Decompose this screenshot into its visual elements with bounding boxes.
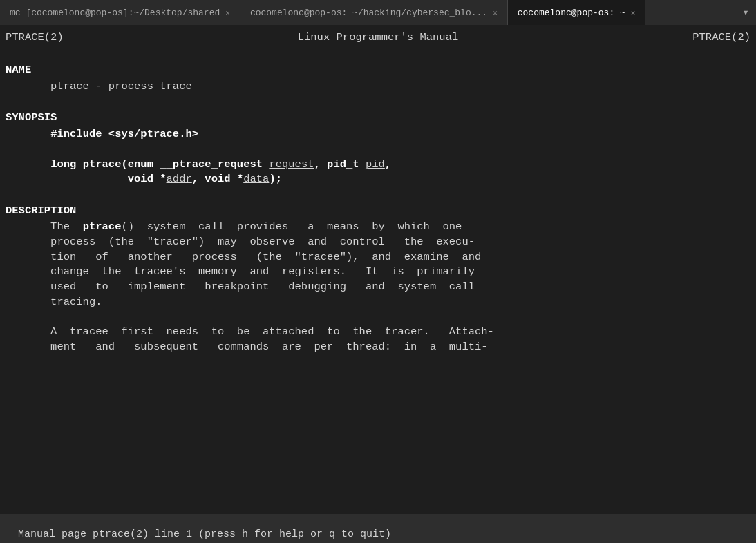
desc-line4: change the tracee's memory and registers… bbox=[0, 265, 756, 280]
include-bold: #include <sys/ptrace.h> bbox=[50, 128, 198, 140]
func-addr: addr bbox=[167, 173, 192, 185]
tab-home[interactable]: cocomelonc@pop-os: ~ ✕ bbox=[508, 0, 646, 25]
blank-line-2 bbox=[0, 95, 756, 110]
func-comma1: , pid_t bbox=[314, 158, 359, 171]
desc-line2: process (the "tracer") may observe and c… bbox=[0, 235, 756, 250]
man-page-header: PTRACE(2) Linux Programmer's Manual PTRA… bbox=[0, 29, 756, 47]
desc-line1: The ptrace() system call provides a mean… bbox=[0, 220, 756, 235]
tab-cybersec-label: cocomelonc@pop-os: ~/hacking/cybersec_bl… bbox=[250, 8, 487, 18]
status-bar: Manual page ptrace(2) line 1 (press h fo… bbox=[0, 514, 756, 543]
tab-cybersec[interactable]: cocomelonc@pop-os: ~/hacking/cybersec_bl… bbox=[240, 0, 508, 25]
func-void1: void * bbox=[128, 173, 167, 185]
func-request: request bbox=[269, 158, 314, 171]
header-right: PTRACE(2) bbox=[692, 30, 750, 46]
func-line2: void *addr, void *data); bbox=[0, 172, 756, 187]
func-long: long ptrace(enum __ptrace_request bbox=[50, 158, 263, 171]
tab-home-close[interactable]: ✕ bbox=[631, 8, 636, 17]
name-body: ptrace - process trace bbox=[0, 79, 756, 95]
tab-dropdown-button[interactable]: ▾ bbox=[735, 0, 756, 25]
desc-line9: ment and subsequent commands are per thr… bbox=[0, 340, 756, 355]
func-line1: long ptrace(enum __ptrace_request reques… bbox=[0, 158, 756, 173]
man-page: PTRACE(2) Linux Programmer's Manual PTRA… bbox=[0, 28, 756, 514]
name-heading: NAME bbox=[0, 61, 756, 79]
tab-spacer bbox=[645, 0, 735, 25]
blank-line-3 bbox=[0, 142, 756, 158]
tab-mc-close[interactable]: ✕ bbox=[225, 8, 230, 17]
func-comma2: , bbox=[385, 158, 391, 171]
header-center: Linux Programmer's Manual bbox=[298, 30, 459, 46]
tab-bar: mc [cocomelonc@pop-os]:~/Desktop/shared … bbox=[0, 0, 756, 25]
blank-line-1 bbox=[0, 47, 756, 62]
tab-mc[interactable]: mc [cocomelonc@pop-os]:~/Desktop/shared … bbox=[0, 0, 240, 25]
func-data: data bbox=[243, 173, 269, 185]
func-pid: pid bbox=[366, 158, 385, 171]
blank-line-5 bbox=[0, 309, 756, 325]
tab-home-label: cocomelonc@pop-os: ~ bbox=[518, 8, 625, 18]
description-heading: DESCRIPTION bbox=[0, 202, 756, 220]
tab-mc-label: mc [cocomelonc@pop-os]:~/Desktop/shared bbox=[10, 8, 220, 18]
synopsis-heading: SYNOPSIS bbox=[0, 109, 756, 127]
desc-line5: used to implement breakpoint debugging a… bbox=[0, 280, 756, 295]
terminal-content: PTRACE(2) Linux Programmer's Manual PTRA… bbox=[0, 25, 756, 514]
tab-cybersec-close[interactable]: ✕ bbox=[493, 8, 498, 17]
status-text: Manual page ptrace(2) line 1 (press h fo… bbox=[18, 528, 391, 540]
desc-line8: A tracee first needs to be attached to t… bbox=[0, 325, 756, 340]
func-void2: , void * bbox=[192, 173, 243, 185]
desc-line6: tracing. bbox=[0, 295, 756, 310]
include-line: #include <sys/ptrace.h> bbox=[0, 127, 756, 142]
blank-line-4 bbox=[0, 187, 756, 202]
func-semi: ); bbox=[269, 173, 282, 185]
ptrace-bold: ptrace bbox=[83, 220, 122, 233]
header-left: PTRACE(2) bbox=[6, 30, 64, 46]
desc-line3: tion of another process (the "tracee"), … bbox=[0, 250, 756, 265]
